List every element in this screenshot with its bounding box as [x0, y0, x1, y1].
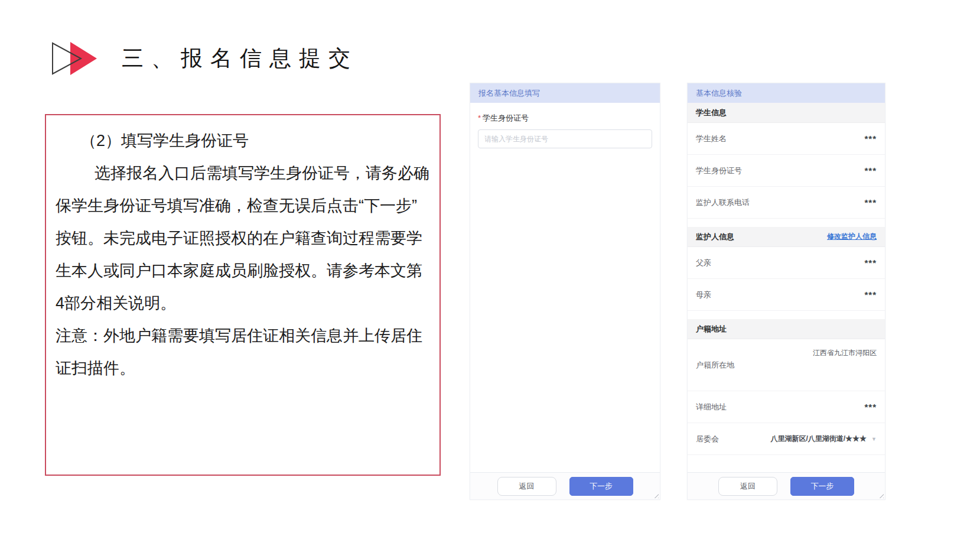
info-verification-screen: 基本信息核验 学生信息 学生姓名 *** 学生身份证号 *** 监护人联系电话 …	[687, 83, 885, 500]
required-asterisk: *	[478, 113, 481, 122]
row-guardian-phone: 监护人联系电话 ***	[688, 187, 885, 219]
masked-value: ***	[864, 290, 877, 300]
form-body: *学生身份证号	[470, 103, 660, 155]
masked-value: ***	[864, 197, 877, 207]
row-label: 户籍所在地	[696, 360, 734, 371]
next-step-button[interactable]: 下一步	[569, 477, 633, 496]
row-household-location: 户籍所在地 江西省九江市浔阳区	[688, 339, 885, 391]
row-label: 学生姓名	[696, 134, 727, 144]
masked-value: ***	[864, 165, 877, 176]
instruction-paragraph: 选择报名入口后需填写学生身份证号，请务必确保学生身份证号填写准确，检查无误后点击…	[56, 157, 431, 320]
committee-select[interactable]: 八里湖新区/八里湖街道/★★★ ▼	[770, 434, 877, 444]
instruction-paragraph: （2）填写学生身份证号	[56, 125, 431, 157]
row-label: 学生身份证号	[696, 165, 742, 176]
committee-value: 八里湖新区/八里湖街道/★★★	[770, 434, 867, 444]
student-id-input[interactable]	[478, 129, 652, 148]
student-id-label: *学生身份证号	[478, 113, 652, 124]
section-gap	[688, 219, 885, 227]
row-father: 父亲 ***	[688, 247, 885, 279]
section-student-info: 学生信息	[688, 103, 885, 123]
chevron-down-icon: ▼	[871, 436, 877, 442]
row-label: 居委会	[696, 434, 719, 444]
section-gap	[688, 311, 885, 319]
verify-screen-title: 基本信息核验	[688, 83, 885, 103]
instruction-paragraph: 注意：外地户籍需要填写居住证相关信息并上传居住证扫描件。	[56, 320, 431, 385]
masked-value: ***	[864, 134, 877, 144]
form-screen-title: 报名基本信息填写	[470, 83, 660, 103]
double-triangle-icon	[51, 40, 98, 77]
row-label: 详细地址	[696, 402, 727, 412]
row-committee: 居委会 八里湖新区/八里湖街道/★★★ ▼	[688, 423, 885, 455]
row-student-name: 学生姓名 ***	[688, 123, 885, 155]
row-label: 母亲	[696, 290, 711, 300]
page-header: 三、报名信息提交	[51, 40, 358, 77]
registration-form-screen: 报名基本信息填写 *学生身份证号 返回 下一步	[470, 83, 660, 500]
row-label: 监护人联系电话	[696, 197, 750, 208]
section-guardian-info: 监护人信息 修改监护人信息	[688, 227, 885, 247]
back-button[interactable]: 返回	[718, 477, 777, 496]
section-household-address: 户籍地址	[688, 319, 885, 339]
masked-value: ***	[864, 402, 877, 412]
section-title: 监护人信息	[696, 232, 734, 242]
section-title: 户籍地址	[696, 324, 727, 334]
row-student-id: 学生身份证号 ***	[688, 155, 885, 187]
student-id-label-text: 学生身份证号	[483, 113, 529, 122]
masked-value: ***	[864, 258, 877, 268]
back-button[interactable]: 返回	[497, 477, 556, 496]
section-title: 学生信息	[696, 108, 727, 118]
modify-guardian-link[interactable]: 修改监护人信息	[827, 232, 877, 242]
row-mother: 母亲 ***	[688, 279, 885, 311]
form-footer: 返回 下一步	[470, 472, 660, 499]
page-title: 三、报名信息提交	[122, 44, 358, 73]
next-step-button[interactable]: 下一步	[790, 477, 854, 496]
verify-footer: 返回 下一步	[688, 472, 885, 499]
instruction-box: （2）填写学生身份证号 选择报名入口后需填写学生身份证号，请务必确保学生身份证号…	[45, 114, 441, 476]
household-location-value: 江西省九江市浔阳区	[813, 339, 877, 358]
row-detailed-address: 详细地址 ***	[688, 391, 885, 423]
row-label: 父亲	[696, 258, 711, 268]
